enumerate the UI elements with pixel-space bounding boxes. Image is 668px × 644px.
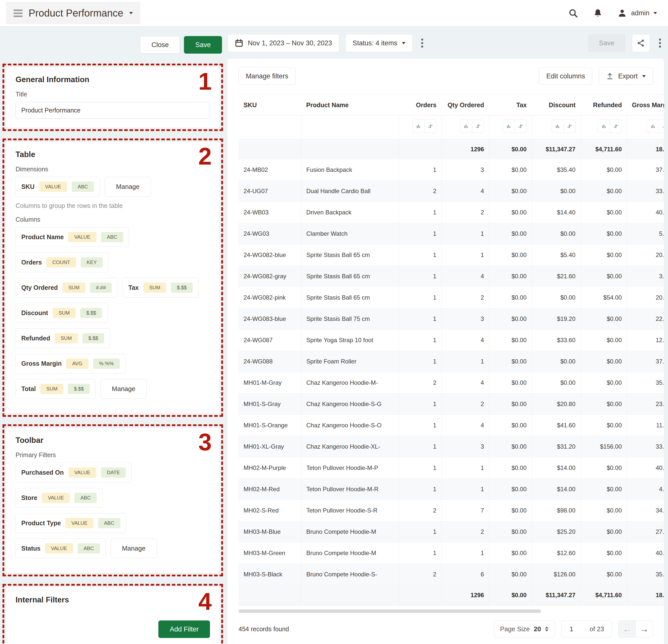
title-label: Title — [16, 91, 210, 98]
user-menu[interactable]: admin — [617, 9, 657, 18]
cell-orders: 1 — [399, 457, 441, 479]
field-chip-refunded[interactable]: RefundedSUM$.$$ — [16, 328, 110, 348]
bar-chart-icon — [464, 124, 469, 129]
field-chip-store[interactable]: StoreVALUEABC — [16, 488, 103, 508]
chart-filter-button[interactable] — [598, 120, 610, 133]
field-chip-gross-margin[interactable]: Gross MarginAVG%.%% — [16, 354, 125, 373]
cell-discount: $126.00 — [532, 564, 580, 585]
report-title-menu[interactable]: Product Performance — [6, 2, 140, 24]
next-page-button[interactable]: → — [636, 621, 653, 637]
tag-value: VALUE — [39, 182, 67, 192]
cell-sku: 24-WB03 — [239, 202, 301, 223]
field-chip-product-name[interactable]: Product NameVALUEABC — [16, 227, 129, 247]
manage-filters-button[interactable]: Manage filters — [239, 67, 296, 85]
cell-gross-margin: 23.00 — [627, 394, 664, 415]
filter-cell-gross-margin — [627, 116, 664, 139]
close-button[interactable]: Close — [140, 36, 180, 53]
cell-tax: $0.00 — [489, 479, 532, 500]
manage-button[interactable]: Manage — [101, 379, 147, 399]
field-chip-label: Discount — [21, 309, 48, 317]
cell-gross-margin: 5.00 — [627, 223, 664, 244]
cell-tax: $0.00 — [489, 351, 532, 372]
field-chip-total[interactable]: TotalSUM$.$$ — [16, 379, 95, 399]
field-chip-purchased-on[interactable]: Purchased OnVALUEDATE — [16, 463, 132, 482]
tag-item: $.$$ — [68, 384, 90, 394]
compare-filter-button[interactable] — [515, 120, 527, 133]
horizontal-scrollbar[interactable] — [239, 610, 653, 613]
date-range-button[interactable]: Nov 1, 2023 – Nov 30, 2023 — [228, 34, 339, 52]
cell-refunded: $0.00 — [580, 159, 627, 181]
table-row: MH01-M-GrayChaz Kangeroo Hoodie-M-24$0.0… — [239, 372, 664, 394]
report-more-button[interactable] — [656, 36, 664, 50]
column-header-discount[interactable]: Discount — [532, 95, 580, 116]
table-row: 24-WG083-blueSprite Stasis Ball 75 cm13$… — [239, 308, 664, 329]
manage-button[interactable]: Manage — [105, 177, 151, 197]
previous-page-button[interactable]: ← — [619, 621, 636, 637]
save-settings-button[interactable]: Save — [184, 36, 222, 53]
cell-product-name: Clamber Watch — [301, 223, 399, 244]
field-chip-discount[interactable]: DiscountSUM$.$$ — [16, 303, 108, 323]
total-refunded: $4,711.60 — [580, 139, 627, 159]
cell-sku: 24-WG082-blue — [239, 244, 301, 266]
field-chip-orders[interactable]: OrdersCOUNTKEY — [16, 252, 108, 272]
section-toolbar: 3 Toolbar Primary Filters Purchased OnVA… — [2, 424, 223, 577]
chart-filter-button[interactable] — [460, 120, 472, 133]
column-header-gross-margin[interactable]: Gross Margin — [627, 95, 664, 116]
current-page-input[interactable] — [569, 625, 578, 633]
column-header-orders[interactable]: Orders — [399, 95, 441, 116]
filter-cell-tax — [489, 116, 532, 139]
field-chip-status[interactable]: StatusVALUEABC — [16, 539, 106, 558]
notifications-button[interactable] — [593, 8, 603, 18]
title-input[interactable] — [16, 102, 210, 119]
cell-refunded: $0.00 — [580, 542, 627, 564]
share-button[interactable] — [632, 34, 650, 52]
cell-gross-margin: 4.00 — [627, 479, 664, 500]
table-filter-row — [239, 116, 664, 139]
chart-filter-button[interactable] — [551, 120, 563, 133]
save-report-button[interactable]: Save — [588, 34, 625, 52]
chart-filter-button[interactable] — [412, 120, 424, 133]
field-chip-sku[interactable]: SKUVALUEABC — [16, 177, 100, 197]
cell-orders: 1 — [399, 479, 441, 500]
column-header-product-name[interactable]: Product Name — [301, 95, 399, 116]
field-chip-tax[interactable]: TaxSUM$.$$ — [123, 278, 198, 297]
cell-gross-margin: 40.00 — [627, 457, 664, 479]
chip-row: Purchased OnVALUEDATE — [16, 463, 210, 482]
status-filter-value: Status: 4 items — [352, 39, 397, 47]
annotation-number-4: 4 — [198, 589, 212, 614]
cell-sku: 24-WG082-gray — [239, 266, 301, 287]
column-header-qty-ordered[interactable]: Qty Ordered — [441, 95, 489, 116]
menu-icon[interactable] — [14, 10, 22, 17]
add-filter-button[interactable]: Add Filter — [158, 620, 210, 638]
compare-filter-button[interactable] — [610, 120, 622, 133]
compare-filter-button[interactable] — [472, 120, 484, 133]
manage-button[interactable]: Manage — [111, 539, 157, 558]
field-chip-qty-ordered[interactable]: Qty OrderedSUM#.## — [16, 278, 118, 297]
field-chip-product-type[interactable]: Product TypeVALUEABC — [16, 513, 126, 533]
page-size-select[interactable]: Page Size 20 — [494, 620, 555, 638]
filters-more-button[interactable] — [419, 36, 426, 50]
column-header-sku[interactable]: SKU — [239, 95, 301, 116]
column-header-refunded[interactable]: Refunded — [580, 95, 627, 116]
scrollbar-thumb[interactable] — [239, 610, 541, 613]
cell-tax: $0.00 — [489, 564, 532, 585]
chart-filter-button[interactable] — [503, 120, 515, 133]
internal-filters-heading: Internal Filters — [16, 595, 210, 604]
column-header-tax[interactable]: Tax — [489, 95, 532, 116]
cell-refunded: $0.00 — [580, 351, 627, 372]
export-button[interactable]: Export — [599, 67, 653, 85]
search-button[interactable] — [568, 8, 578, 18]
total-qty-ordered: 1296 — [441, 139, 489, 159]
cell-tax: $0.00 — [489, 372, 532, 394]
chip-row: Qty OrderedSUM#.##TaxSUM$.$$ — [16, 278, 210, 297]
cell-discount: $0.00 — [532, 223, 580, 244]
chart-filter-button[interactable] — [647, 120, 659, 133]
compare-filter-button[interactable] — [659, 120, 664, 133]
edit-columns-button[interactable]: Edit columns — [539, 67, 592, 85]
cell-product-name: Teton Pullover Hoodie-S-R — [301, 500, 399, 521]
tag-sum: SUM — [143, 282, 166, 293]
compare-filter-button[interactable] — [563, 120, 576, 133]
status-filter-button[interactable]: Status: 4 items — [345, 34, 413, 52]
compare-filter-button[interactable] — [424, 120, 437, 133]
columns-chips: Product NameVALUEABCOrdersCOUNTKEYQty Or… — [16, 227, 210, 399]
